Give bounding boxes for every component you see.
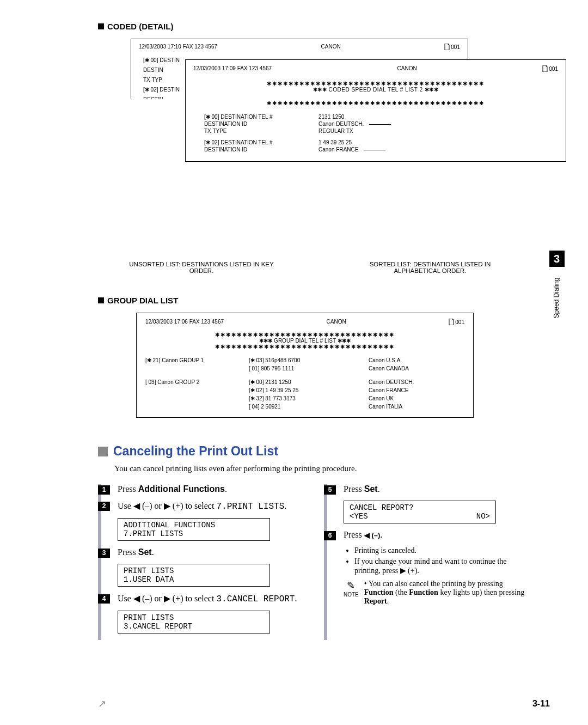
bullet-list: Printing is canceled. If you change your… [352,546,534,575]
black-square-icon [98,297,104,303]
group-dial-heading: GROUP DIAL LIST [98,296,534,305]
pencil-icon: ✎ [344,580,359,592]
back-datetime: 12/03/2003 17:10 FAX 123 4567 [139,44,217,50]
step-number: 1 [98,485,110,495]
note-text: • You can also cancel the printing by pr… [364,580,534,606]
bookmark-icon: ↗ [98,698,106,710]
coded-detail-title: CODED (DETAIL) [107,22,173,31]
report-captions: UNSORTED LIST: DESTINATIONS LISTED IN KE… [125,261,534,274]
step-text: Use ◀ (–) or ▶ (+) to select 7.PRINT LIS… [118,501,286,510]
step-number: 2 [98,502,110,511]
step-text: Press Set. [118,547,154,557]
caption-unsorted: UNSORTED LIST: DESTINATIONS LISTED IN KE… [125,261,278,274]
page-number: 3-11 [532,699,550,709]
coded-detail-reports: 12/03/2003 17:10 FAX 123 4567 CANON 001 … [131,39,534,250]
step-number: 6 [324,531,336,540]
coded-detail-heading: CODED (DETAIL) [98,22,534,31]
step-number: 5 [324,485,336,495]
lcd-display: PRINT LISTS 1.USER DATA [118,564,270,587]
front-datetime: 12/03/2003 17:09 FAX 123 4567 [193,65,272,72]
cancel-heading: Canceling the Print Out List [98,444,534,459]
step-number: 4 [98,594,110,604]
note-block: ✎ NOTE • You can also cancel the printin… [344,580,534,606]
right-column: 5 Press Set. CANCEL REPORT? <YESNO> 6 Pr… [324,484,534,640]
step-text: Press Additional Functions. [118,484,227,494]
page-icon-back: 001 [444,44,460,50]
report-box-front: 12/03/2003 17:09 FAX 123 4567 CANON 001 … [185,59,566,162]
step-text: Press ◀ (–). [344,530,382,539]
step-number: 3 [98,549,110,558]
step-text: Press Set. [344,484,380,494]
cancel-intro: You can cancel printing lists even after… [114,464,534,473]
group-dial-report: 12/03/2003 17:06 FAX 123 4567 CANON 001 … [136,313,474,418]
lcd-display: PRINT LISTS 3.CANCEL REPORT [118,611,270,633]
note-icon: ✎ NOTE [344,580,359,606]
grey-square-icon [98,447,108,456]
lcd-display: ADDITIONAL FUNCTIONS 7.PRINT LISTS [118,518,270,541]
left-column: 1 Press Additional Functions. 2 Use ◀ (–… [98,484,308,640]
lcd-display: CANCEL REPORT? <YESNO> [344,501,496,523]
side-tab: 3 Speed Dialing [536,251,577,302]
chapter-label: Speed Dialing [553,278,561,319]
group-dial-title: GROUP DIAL LIST [107,296,178,305]
black-square-icon [98,23,104,29]
page-icon-group: 001 [449,319,464,325]
step-text: Use ◀ (–) or ▶ (+) to select 3.CANCEL RE… [118,594,297,603]
page-icon-front: 001 [542,65,558,72]
front-center: CANON [397,65,417,72]
chapter-number: 3 [549,251,565,267]
caption-sorted: SORTED LIST: DESTINATIONS LISTED IN ALPH… [354,261,506,274]
back-center: CANON [321,44,341,50]
